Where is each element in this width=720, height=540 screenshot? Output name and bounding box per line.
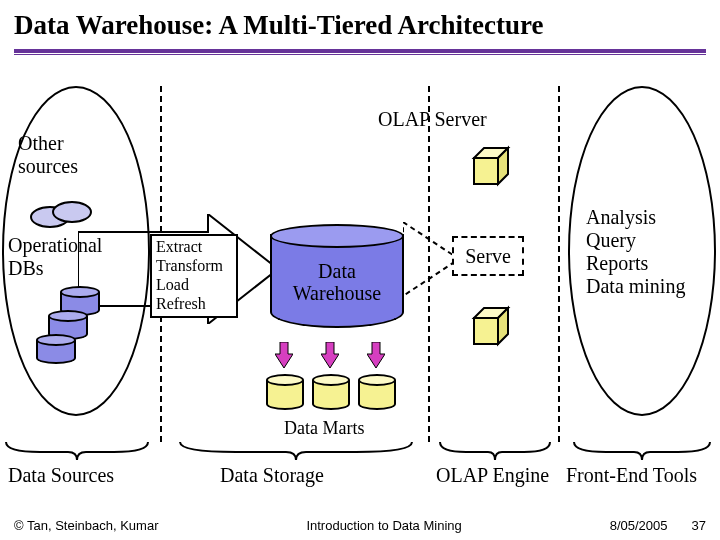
dw-label: Warehouse <box>293 282 381 304</box>
svg-marker-1 <box>275 342 293 368</box>
tier-label-olap: OLAP Engine <box>436 464 549 487</box>
etl-line: Transform <box>156 257 232 276</box>
tier-label-frontend: Front-End Tools <box>566 464 697 487</box>
dw-label: Data <box>318 260 356 282</box>
svg-marker-4 <box>403 222 459 296</box>
down-arrow-icon <box>321 342 339 368</box>
tier-divider-3 <box>558 86 560 442</box>
brace-icon <box>572 440 712 462</box>
footer-title: Introduction to Data Mining <box>306 518 461 533</box>
serve-box: Serve <box>452 236 524 276</box>
tier-label-sources: Data Sources <box>8 464 114 487</box>
brace-icon <box>438 440 552 462</box>
olap-cube-icon <box>470 304 514 348</box>
data-warehouse-cylinder: Data Warehouse <box>270 224 404 328</box>
down-arrow-icon <box>367 342 385 368</box>
data-mart-icon <box>312 374 350 410</box>
data-mart-icon <box>358 374 396 410</box>
svg-marker-8 <box>474 318 498 344</box>
operational-db-icon <box>36 334 76 364</box>
etl-box: Extract Transform Load Refresh <box>150 234 238 318</box>
slide-footer: © Tan, Steinbach, Kumar Introduction to … <box>0 514 720 540</box>
operational-dbs-label: Operational DBs <box>8 234 118 280</box>
svg-marker-2 <box>321 342 339 368</box>
brace-icon <box>4 440 150 462</box>
olap-server-label: OLAP Server <box>378 108 487 131</box>
data-marts-label: Data Marts <box>284 418 364 439</box>
other-sources-label: Other sources <box>18 132 108 178</box>
diagram-stage: Other sources Operational DBs Extract Tr… <box>0 66 720 512</box>
data-mart-icon <box>266 374 304 410</box>
etl-line: Load <box>156 276 232 295</box>
title-underline <box>14 49 706 55</box>
svg-marker-3 <box>367 342 385 368</box>
front-end-tools-label: Analysis Query Reports Data mining <box>586 206 716 298</box>
down-arrow-icon <box>275 342 293 368</box>
brace-icon <box>178 440 414 462</box>
olap-cube-icon <box>470 144 514 188</box>
source-ellipse-icon <box>52 201 92 223</box>
footer-copyright: © Tan, Steinbach, Kumar <box>14 518 158 533</box>
tier-label-storage: Data Storage <box>220 464 324 487</box>
etl-line: Extract <box>156 238 232 257</box>
serve-arrow <box>403 222 459 296</box>
footer-page: 37 <box>692 518 706 533</box>
svg-marker-5 <box>474 158 498 184</box>
etl-line: Refresh <box>156 295 232 314</box>
footer-date: 8/05/2005 <box>610 518 668 533</box>
slide-title: Data Warehouse: A Multi-Tiered Architect… <box>0 0 720 45</box>
